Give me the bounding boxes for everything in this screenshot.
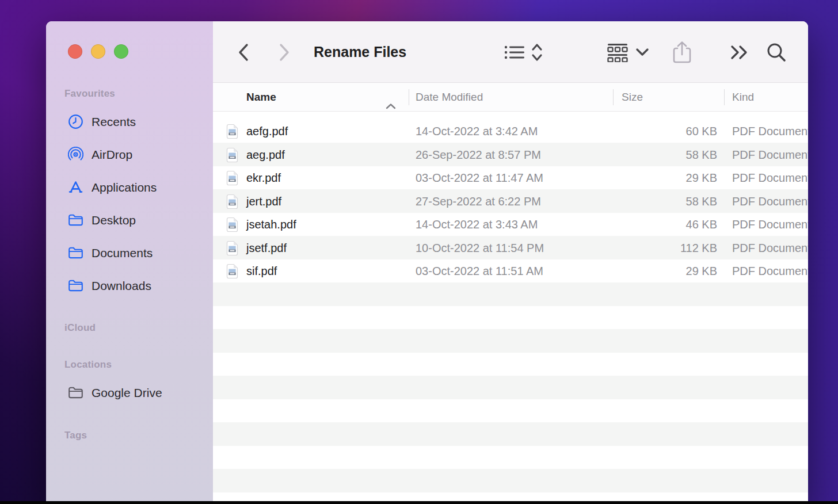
column-divider[interactable] <box>409 89 409 105</box>
file-date-modified: 10-Oct-2022 at 11:54 PM <box>416 236 544 260</box>
file-list: aefg.pdf14-Oct-2022 at 3:42 AM60 KBPDF D… <box>213 120 808 504</box>
chevron-left-icon <box>237 43 250 62</box>
up-down-chevrons-icon <box>531 43 543 62</box>
column-header-kind[interactable]: Kind <box>732 83 754 112</box>
main-pane: Rename Files <box>213 21 808 504</box>
screen-bottom-edge <box>0 501 838 504</box>
list-view-icon <box>504 44 525 60</box>
column-divider[interactable] <box>613 89 614 105</box>
file-kind: PDF Document <box>732 120 808 143</box>
sidebar-item-desktop[interactable]: Desktop <box>46 204 213 236</box>
minimize-button[interactable] <box>91 44 105 59</box>
column-header-date-modified[interactable]: Date Modified <box>416 83 483 112</box>
sidebar-item-label: Applications <box>92 181 157 194</box>
folder-muted-icon <box>68 385 83 400</box>
file-kind: PDF Document <box>732 213 808 236</box>
sidebar-item-downloads[interactable]: Downloads <box>46 269 213 302</box>
sidebar: Favourites RecentsAirDropApplicationsDes… <box>46 21 213 504</box>
view-mode-button[interactable] <box>504 21 543 83</box>
sidebar-section-tags: Tags <box>46 429 213 442</box>
toolbar: Rename Files <box>213 21 808 83</box>
file-row[interactable]: ekr.pdf03-Oct-2022 at 11:47 AM29 KBPDF D… <box>213 166 808 190</box>
file-date-modified: 03-Oct-2022 at 11:47 AM <box>416 166 543 190</box>
close-button[interactable] <box>68 44 82 59</box>
file-size: 46 KB <box>613 213 717 236</box>
finder-window: Favourites RecentsAirDropApplicationsDes… <box>46 21 808 504</box>
group-items-icon <box>607 43 628 62</box>
file-size: 60 KB <box>613 120 717 143</box>
sidebar-item-applications[interactable]: Applications <box>46 171 213 204</box>
sidebar-item-label: AirDrop <box>92 148 132 162</box>
pdf-file-icon <box>226 124 239 139</box>
sidebar-item-recents[interactable]: Recents <box>46 105 213 138</box>
file-date-modified: 14-Oct-2022 at 3:43 AM <box>416 213 538 236</box>
pdf-file-icon <box>226 264 239 279</box>
window-title: Rename Files <box>314 21 406 83</box>
file-size: 112 KB <box>613 236 717 260</box>
share-icon <box>672 40 692 64</box>
pdf-file-icon <box>226 147 239 163</box>
sidebar-section-favourites: Favourites RecentsAirDropApplicationsDes… <box>46 87 213 302</box>
file-date-modified: 27-Sep-2022 at 6:22 PM <box>416 190 541 213</box>
file-name: jsetah.pdf <box>246 213 296 236</box>
file-name: aeg.pdf <box>246 143 285 167</box>
sidebar-section-icloud: iCloud <box>46 321 213 335</box>
sidebar-section-locations: Locations Google Drive <box>46 358 213 409</box>
sidebar-section-label: iCloud <box>64 321 213 335</box>
folder-icon <box>68 212 83 228</box>
file-kind: PDF Document <box>732 190 808 213</box>
chevron-right-icon <box>278 43 291 62</box>
pdf-file-icon <box>226 217 239 232</box>
folder-icon <box>68 245 83 261</box>
file-date-modified: 03-Oct-2022 at 11:51 AM <box>416 259 543 283</box>
file-date-modified: 14-Oct-2022 at 3:42 AM <box>416 120 538 143</box>
file-name: jert.pdf <box>246 190 281 213</box>
column-divider[interactable] <box>724 89 725 105</box>
file-row[interactable]: aeg.pdf26-Sep-2022 at 8:57 PM58 KBPDF Do… <box>213 143 808 167</box>
column-header-size[interactable]: Size <box>622 83 643 112</box>
sidebar-section-label: Locations <box>64 358 213 372</box>
file-row[interactable]: jsetf.pdf10-Oct-2022 at 11:54 PM112 KBPD… <box>213 236 808 260</box>
sidebar-item-label: Google Drive <box>92 386 162 400</box>
folder-icon <box>68 278 83 293</box>
file-row[interactable]: jert.pdf27-Sep-2022 at 6:22 PM58 KBPDF D… <box>213 190 808 213</box>
file-date-modified: 26-Sep-2022 at 8:57 PM <box>416 143 541 167</box>
file-kind: PDF Document <box>732 166 808 190</box>
file-name: ekr.pdf <box>246 166 281 190</box>
share-button[interactable] <box>672 21 692 83</box>
zoom-button[interactable] <box>114 44 128 59</box>
file-row[interactable]: sif.pdf03-Oct-2022 at 11:51 AM29 KBPDF D… <box>213 259 808 283</box>
file-row[interactable]: aefg.pdf14-Oct-2022 at 3:42 AM60 KBPDF D… <box>213 120 808 143</box>
appstore-icon <box>68 180 83 195</box>
sidebar-item-documents[interactable]: Documents <box>46 236 213 269</box>
pdf-file-icon <box>226 240 239 256</box>
table-header: Name Date Modified Size Kind <box>213 83 808 112</box>
file-size: 58 KB <box>613 190 717 213</box>
forward-button[interactable] <box>278 21 291 83</box>
airdrop-icon <box>68 147 83 162</box>
chevron-down-icon <box>635 48 649 57</box>
sidebar-item-label: Desktop <box>92 213 136 227</box>
file-name: aefg.pdf <box>246 120 288 143</box>
pdf-file-icon <box>226 194 239 209</box>
sidebar-item-google-drive[interactable]: Google Drive <box>46 376 213 409</box>
file-kind: PDF Document <box>732 143 808 167</box>
sort-ascending-icon <box>386 92 396 121</box>
sidebar-item-label: Documents <box>92 246 153 260</box>
sidebar-item-airdrop[interactable]: AirDrop <box>46 138 213 171</box>
file-kind: PDF Document <box>732 259 808 283</box>
file-name: jsetf.pdf <box>246 236 287 260</box>
window-controls <box>68 44 128 59</box>
file-row[interactable]: jsetah.pdf14-Oct-2022 at 3:43 AM46 KBPDF… <box>213 213 808 236</box>
file-size: 29 KB <box>613 259 717 283</box>
pdf-file-icon <box>226 170 239 186</box>
group-by-button[interactable] <box>607 21 649 83</box>
back-button[interactable] <box>237 21 250 83</box>
sidebar-section-label: Favourites <box>64 87 213 101</box>
file-kind: PDF Document <box>732 236 808 260</box>
search-button[interactable] <box>765 21 787 83</box>
more-toolbar-items-button[interactable] <box>730 21 749 83</box>
column-header-name[interactable]: Name <box>246 83 276 112</box>
magnifier-icon <box>765 41 787 63</box>
sidebar-item-label: Recents <box>92 115 136 129</box>
